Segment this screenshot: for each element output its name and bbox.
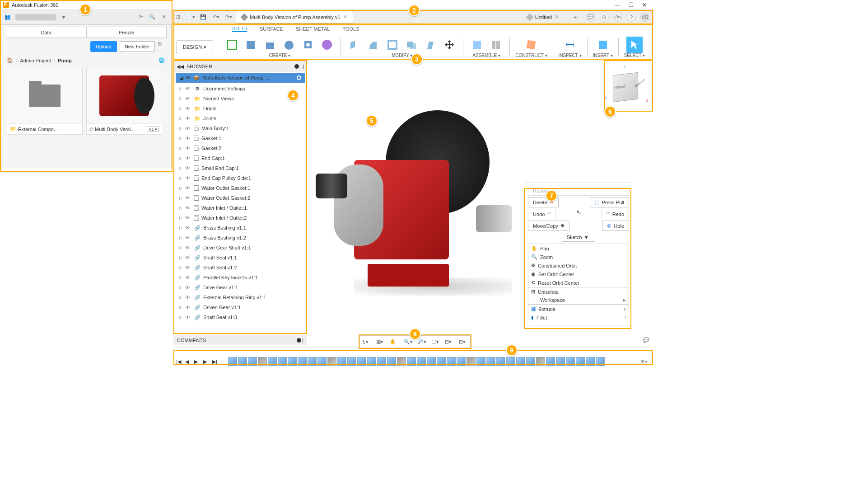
- browser-root[interactable]: ◢ 👁 📦 Multi-Body Version of Pump ...: [176, 73, 305, 83]
- tab-surface[interactable]: SURFACE: [260, 26, 283, 32]
- tab-people[interactable]: People: [86, 27, 167, 38]
- browser-item[interactable]: ▷👁⚙Document Settings: [174, 84, 307, 94]
- insert-icon[interactable]: [595, 37, 611, 53]
- expand-icon[interactable]: ▷: [179, 206, 183, 210]
- expand-icon[interactable]: ▷: [179, 295, 183, 300]
- expand-icon[interactable]: ▷: [179, 176, 183, 180]
- browser-item[interactable]: ▷👁🔗Driven Gear v1:1: [174, 302, 307, 312]
- avatar-icon[interactable]: VS: [640, 13, 649, 22]
- browser-item[interactable]: ▷👁🔗External Retaining Ring v1:1: [174, 292, 307, 302]
- expand-icon[interactable]: ▷: [179, 285, 183, 290]
- nav-constrained-orbit[interactable]: ✥Constrained Orbit: [528, 261, 629, 270]
- draft-icon[interactable]: [422, 37, 439, 53]
- tab-solid[interactable]: SOLID: [232, 26, 247, 32]
- nav-zoom[interactable]: 🔍Zoom: [528, 253, 629, 261]
- grid-nav-icon[interactable]: ⊞▾: [445, 339, 454, 345]
- breadcrumb-l1[interactable]: Admin Project: [20, 58, 51, 63]
- hole-icon[interactable]: [300, 37, 316, 53]
- doc-tab[interactable]: Untitled ✕: [355, 11, 568, 24]
- eye-icon[interactable]: 👁: [185, 275, 191, 280]
- timeline-feature[interactable]: [417, 357, 426, 366]
- workspace-switcher[interactable]: DESIGN▾: [176, 40, 213, 54]
- timeline-end-button[interactable]: ▶|: [212, 359, 219, 365]
- viewports-nav-icon[interactable]: ⊞▾: [459, 339, 468, 345]
- browser-item[interactable]: ▷👁🔗Brass Bushing v1:1: [174, 223, 307, 233]
- timeline-feature[interactable]: [258, 357, 267, 366]
- expand-icon[interactable]: ▷: [179, 275, 183, 280]
- browser-item[interactable]: ▷👁🔗Shaft Seal v1:2: [174, 263, 307, 273]
- timeline-feature[interactable]: [387, 357, 396, 366]
- browser-item[interactable]: ▷👁🔗Shaft Seal v1:3: [174, 312, 307, 322]
- fillet-item[interactable]: ◗Filletf: [528, 313, 629, 322]
- pin-icon[interactable]: |: [302, 338, 303, 343]
- expand-icon[interactable]: ▷: [179, 196, 183, 200]
- restore-button[interactable]: ❐: [624, 0, 638, 10]
- close-button[interactable]: ✕: [638, 0, 651, 10]
- grid-icon[interactable]: ⊞: [172, 11, 184, 24]
- browser-item[interactable]: ▷👁▢Water Outlet Gasket:2: [174, 193, 307, 203]
- select-group-label[interactable]: SELECT ▾: [624, 53, 645, 58]
- timeline-feature[interactable]: [337, 357, 346, 366]
- browser-item[interactable]: ▷👁▢Gasket:1: [174, 133, 307, 143]
- timeline-feature[interactable]: [476, 357, 485, 366]
- timeline-feature[interactable]: [496, 357, 505, 366]
- eye-icon[interactable]: 👁: [185, 315, 191, 320]
- inspect-group-label[interactable]: INSPECT ▾: [559, 53, 582, 58]
- eye-icon[interactable]: 👁: [185, 126, 191, 131]
- timeline-feature[interactable]: [526, 357, 535, 366]
- timeline-feature[interactable]: [407, 357, 416, 366]
- eye-icon[interactable]: 👁: [185, 225, 191, 230]
- eye-icon[interactable]: 👁: [185, 96, 191, 101]
- eye-icon[interactable]: 👁: [185, 285, 191, 290]
- search-icon[interactable]: 🔍: [148, 13, 156, 21]
- repeat-button[interactable]: Repeat...: [528, 186, 629, 196]
- eye-icon[interactable]: 👁: [185, 195, 191, 201]
- expand-icon[interactable]: ◢: [179, 75, 183, 81]
- nav-pan[interactable]: ✋Pan: [528, 244, 629, 253]
- home-icon[interactable]: 🏠: [7, 57, 13, 63]
- eye-icon[interactable]: 👁: [185, 86, 191, 91]
- redo-icon[interactable]: ↷▾: [222, 11, 235, 24]
- globe-icon[interactable]: 🌐: [159, 57, 166, 63]
- eye-icon[interactable]: 👁: [185, 305, 191, 310]
- timeline-feature[interactable]: [516, 357, 525, 366]
- doc-tab-active[interactable]: Multi-Body Version of Pump Assembly v1 ✕: [236, 11, 353, 24]
- pan-nav-icon[interactable]: ✋: [390, 339, 399, 345]
- timeline-back-button[interactable]: ◀: [185, 359, 192, 365]
- browser-settings-icon[interactable]: [294, 64, 299, 69]
- timeline-fwd-button[interactable]: ▶: [203, 359, 210, 365]
- minimize-button[interactable]: —: [611, 0, 624, 10]
- eye-icon[interactable]: 👁: [186, 75, 191, 80]
- presspull-icon[interactable]: [346, 37, 363, 53]
- move-icon[interactable]: [441, 37, 457, 53]
- browser-item[interactable]: ▷👁▢Water Inlet / Outlet:1: [174, 203, 307, 213]
- hole-button[interactable]: ◎ Hole: [602, 221, 629, 231]
- nav-set-orbit-center[interactable]: ◉Set Orbit Center: [528, 270, 629, 278]
- active-component-icon[interactable]: [297, 75, 301, 80]
- eye-icon[interactable]: 👁: [185, 215, 191, 221]
- comments-toggle-icon[interactable]: [297, 338, 301, 343]
- expand-icon[interactable]: ▷: [179, 136, 183, 141]
- extrude-item[interactable]: ▦Extrudee: [528, 304, 629, 313]
- inspect-icon[interactable]: [562, 37, 578, 53]
- file-icon[interactable]: 📄▾: [184, 11, 197, 24]
- expand-icon[interactable]: ▷: [179, 305, 183, 310]
- expand-icon[interactable]: ▷: [179, 106, 183, 111]
- extensions-icon[interactable]: 💬: [586, 13, 595, 22]
- tab-data[interactable]: Data: [6, 27, 86, 38]
- eye-icon[interactable]: 👁: [185, 185, 191, 191]
- eye-icon[interactable]: 👁: [185, 205, 191, 211]
- fit-nav-icon[interactable]: 🔎▾: [417, 339, 426, 345]
- expand-icon[interactable]: ▷: [179, 166, 183, 170]
- help-icon[interactable]: ?: [627, 13, 636, 22]
- expand-icon[interactable]: ▷: [179, 216, 183, 220]
- upload-button[interactable]: Upload: [90, 41, 117, 52]
- folder-thumb[interactable]: 📁External Compo...: [7, 68, 83, 135]
- timeline-feature[interactable]: [486, 357, 495, 366]
- select-icon[interactable]: [626, 37, 643, 53]
- timeline-feature[interactable]: [228, 357, 237, 366]
- timeline-feature[interactable]: [367, 357, 376, 366]
- browser-item[interactable]: ▷👁▢Water Outlet Gasket:1: [174, 183, 307, 193]
- assemble-group-label[interactable]: ASSEMBLE ▾: [472, 53, 500, 58]
- eye-icon[interactable]: 👁: [185, 165, 191, 171]
